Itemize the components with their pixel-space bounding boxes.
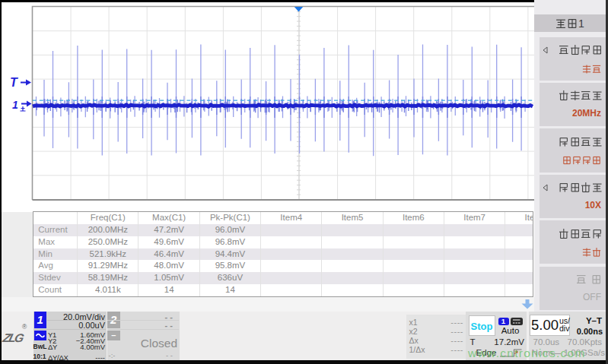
svg-text:T: T: [10, 76, 18, 89]
svg-text:1: 1: [12, 99, 18, 111]
